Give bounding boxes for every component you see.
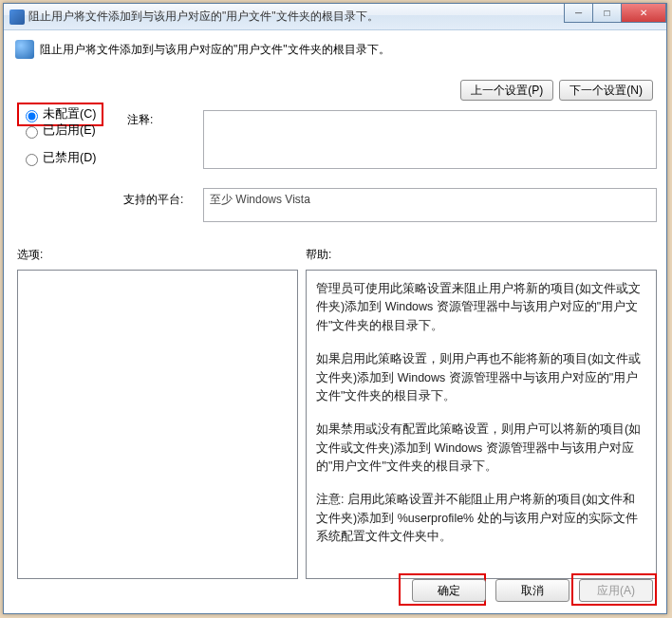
radio-disabled[interactable]: 已禁用(D) xyxy=(21,150,96,166)
dialog-buttons: 确定 取消 应用(A) xyxy=(412,579,653,602)
radio-disabled-label: 已禁用(D) xyxy=(43,150,96,166)
platform-label: 支持的平台: xyxy=(123,192,183,208)
previous-setting-button[interactable]: 上一个设置(P) xyxy=(460,80,553,101)
comment-textarea[interactable] xyxy=(203,110,657,169)
help-paragraph: 如果启用此策略设置，则用户再也不能将新的项目(如文件或文件夹)添加到 Windo… xyxy=(316,350,646,405)
help-pane[interactable]: 管理员可使用此策略设置来阻止用户将新的项目(如文件或文件夹)添加到 Window… xyxy=(306,270,657,579)
titlebar: 阻止用户将文件添加到与该用户对应的"用户文件"文件夹的根目录下。 ─ □ ✕ xyxy=(4,4,666,30)
radio-enabled[interactable]: 已启用(E) xyxy=(21,122,96,139)
apply-button[interactable]: 应用(A) xyxy=(579,579,653,602)
radio-enabled-label: 已启用(E) xyxy=(43,122,96,139)
platform-value: 至少 Windows Vista xyxy=(203,188,657,222)
policy-title: 阻止用户将文件添加到与该用户对应的"用户文件"文件夹的根目录下。 xyxy=(40,40,390,58)
radio-disabled-input[interactable] xyxy=(26,154,38,166)
cancel-button[interactable]: 取消 xyxy=(495,579,569,602)
options-label: 选项: xyxy=(17,247,43,263)
comment-label: 注释: xyxy=(127,112,153,128)
header-row: 阻止用户将文件添加到与该用户对应的"用户文件"文件夹的根目录下。 xyxy=(15,40,655,59)
nav-buttons: 上一个设置(P) 下一个设置(N) xyxy=(460,80,653,101)
dialog-window: 阻止用户将文件添加到与该用户对应的"用户文件"文件夹的根目录下。 ─ □ ✕ 阻… xyxy=(3,3,667,614)
window-buttons: ─ □ ✕ xyxy=(564,4,666,23)
radio-not-configured-label: 未配置(C) xyxy=(43,106,96,122)
radio-enabled-input[interactable] xyxy=(26,126,38,139)
minimize-button[interactable]: ─ xyxy=(564,4,592,23)
window-title: 阻止用户将文件添加到与该用户对应的"用户文件"文件夹的根目录下。 xyxy=(28,9,379,25)
help-paragraph: 如果禁用或没有配置此策略设置，则用户可以将新的项目(如文件或文件夹)添加到 Wi… xyxy=(316,421,646,476)
state-radios: 未配置(C) 已启用(E) 已禁用(D) xyxy=(21,106,96,178)
radio-not-configured-input[interactable] xyxy=(26,110,38,122)
help-paragraph: 注意: 启用此策略设置并不能阻止用户将新的项目(如文件和文件夹)添加到 %use… xyxy=(316,491,646,546)
dialog-body: 阻止用户将文件添加到与该用户对应的"用户文件"文件夹的根目录下。 上一个设置(P… xyxy=(4,30,666,613)
policy-icon xyxy=(15,40,34,59)
options-pane xyxy=(17,270,298,579)
ok-button[interactable]: 确定 xyxy=(412,579,486,602)
help-label: 帮助: xyxy=(306,247,331,263)
app-icon xyxy=(9,9,25,25)
next-setting-button[interactable]: 下一个设置(N) xyxy=(559,80,653,101)
close-button[interactable]: ✕ xyxy=(621,4,666,23)
maximize-button[interactable]: □ xyxy=(592,4,621,23)
help-paragraph: 管理员可使用此策略设置来阻止用户将新的项目(如文件或文件夹)添加到 Window… xyxy=(316,280,646,335)
